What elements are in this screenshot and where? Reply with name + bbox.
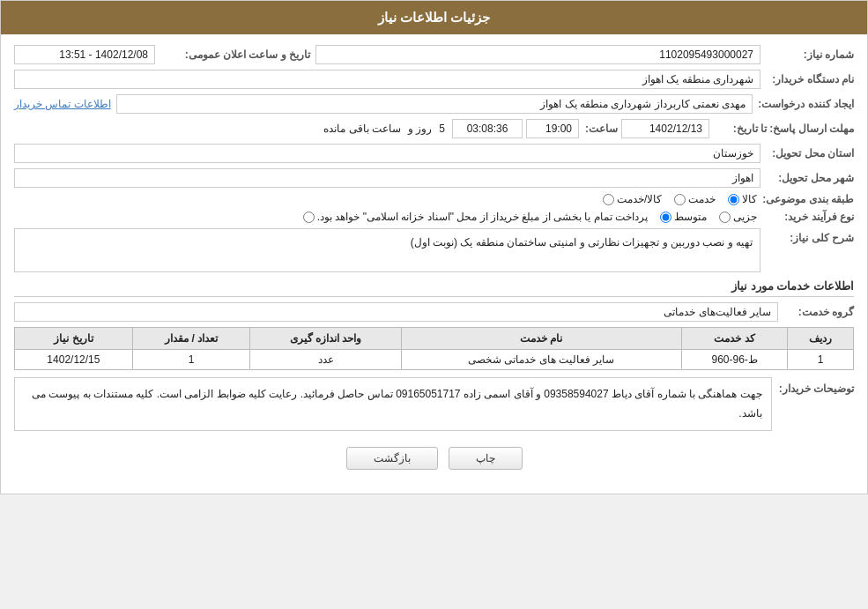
print-button[interactable]: چاپ xyxy=(449,447,523,470)
description-row: شرح کلی نیاز: تهیه و نصب دوربین و تجهیزا… xyxy=(14,228,854,272)
buyer-row: نام دستگاه خریدار: شهرداری منطقه یک اهوا… xyxy=(14,70,854,89)
response-time-value: 19:00 xyxy=(526,119,579,138)
category-kala-khedmat-label: کالا/خدمت xyxy=(617,193,662,205)
purchase-type-jozi-label: جزیی xyxy=(733,211,757,223)
province-value: خوزستان xyxy=(14,144,760,163)
need-number-row: شماره نیاز: 1102095493000027 تاریخ و ساع… xyxy=(14,45,854,64)
creator-label: ایجاد کننده درخواست: xyxy=(758,98,854,110)
col-header-service-name: نام خدمت xyxy=(401,328,681,350)
category-option-khedmat[interactable]: خدمت xyxy=(674,193,716,205)
purchase-type-motevaset[interactable]: متوسط xyxy=(660,211,707,223)
category-khedmat-radio[interactable] xyxy=(674,194,686,205)
category-kala-khedmat-radio[interactable] xyxy=(603,194,614,205)
buyer-notes-row: توضیحات خریدار: جهت هماهنگی با شماره آقا… xyxy=(14,377,854,438)
remaining-days-label: روز و xyxy=(408,123,432,135)
description-section-label: شرح کلی نیاز: xyxy=(766,232,854,244)
category-option-kala[interactable]: کالا xyxy=(728,193,757,205)
city-label: شهر محل تحویل: xyxy=(766,172,854,184)
col-header-unit: واحد اندازه گیری xyxy=(250,328,401,350)
response-time-label: ساعت: xyxy=(582,123,618,135)
col-header-row-num: ردیف xyxy=(788,328,854,350)
purchase-type-motevaset-label: متوسط xyxy=(674,211,707,223)
purchase-type-esnad-radio[interactable] xyxy=(303,212,315,223)
purchase-type-motevaset-radio[interactable] xyxy=(660,212,671,223)
city-row: شهر محل تحویل: اهواز xyxy=(14,168,854,188)
category-row: طبقه بندی موضوعی: کالا خدمت کالا/خدمت xyxy=(14,193,854,205)
category-kala-radio[interactable] xyxy=(728,194,739,205)
need-number-label: شماره نیاز: xyxy=(766,48,854,61)
response-date-value: 1402/12/13 xyxy=(621,119,709,138)
category-radio-group: کالا خدمت کالا/خدمت xyxy=(603,193,757,205)
back-button[interactable]: بازگشت xyxy=(346,447,438,470)
services-table: ردیف کد خدمت نام خدمت واحد اندازه گیری ت… xyxy=(14,327,854,370)
province-label: استان محل تحویل: xyxy=(766,147,854,160)
cell-service-name: سایر فعالیت های خدماتی شخصی xyxy=(401,350,681,370)
purchase-type-jozi[interactable]: جزیی xyxy=(719,211,757,223)
category-kala-label: کالا xyxy=(742,193,757,205)
cell-unit: عدد xyxy=(250,350,401,370)
announce-date-label: تاریخ و ساعت اعلان عمومی: xyxy=(160,48,310,61)
service-group-label: گروه خدمت: xyxy=(783,306,854,318)
remaining-time-value: 03:08:36 xyxy=(452,119,523,138)
col-header-service-code: کد خدمت xyxy=(681,328,787,350)
purchase-type-esnad[interactable]: پرداخت تمام یا بخشی از مبلغ خریداز از مح… xyxy=(303,211,648,223)
buyer-notes-value: جهت هماهنگی با شماره آقای دیاط 093585940… xyxy=(14,377,772,431)
col-header-date: تاریخ نیاز xyxy=(15,328,133,350)
purchase-type-radio-group: جزیی متوسط پرداخت تمام یا بخشی از مبلغ خ… xyxy=(303,211,757,223)
category-label: طبقه بندی موضوعی: xyxy=(762,193,854,205)
cell-date: 1402/12/15 xyxy=(15,350,133,370)
page-wrapper: جزئیات اطلاعات نیاز شماره نیاز: 11020954… xyxy=(0,0,868,494)
cell-service-code: ط-96-960 xyxy=(681,350,787,370)
remaining-time-label: ساعت باقی مانده xyxy=(323,123,404,135)
description-value: تهیه و نصب دوربین و تجهیزات نظارتی و امن… xyxy=(14,228,760,272)
buyer-label: نام دستگاه خریدار: xyxy=(766,73,854,85)
col-header-quantity: تعداد / مقدار xyxy=(132,328,250,350)
announce-date-value: 1402/12/08 - 13:51 xyxy=(14,45,155,64)
bottom-buttons: چاپ بازگشت xyxy=(14,447,854,483)
category-khedmat-label: خدمت xyxy=(688,193,716,205)
page-header: جزئیات اطلاعات نیاز xyxy=(1,1,867,34)
response-deadline-label: مهلت ارسال پاسخ: تا تاریخ: xyxy=(713,123,854,135)
service-info-title: اطلاعات خدمات مورد نیاز xyxy=(14,279,854,297)
purchase-type-label: نوع فرآیند خرید: xyxy=(766,211,854,223)
deadline-row: مهلت ارسال پاسخ: تا تاریخ: 1402/12/13 سا… xyxy=(14,119,854,138)
table-row: 1 ط-96-960 سایر فعالیت های خدماتی شخصی ع… xyxy=(15,350,854,370)
city-value: اهواز xyxy=(14,168,760,188)
purchase-type-esnad-label: پرداخت تمام یا بخشی از مبلغ خریداز از مح… xyxy=(317,211,648,223)
page-title: جزئیات اطلاعات نیاز xyxy=(378,10,490,25)
service-group-row: گروه خدمت: سایر فعالیت‌های خدماتی xyxy=(14,302,854,322)
cell-quantity: 1 xyxy=(132,350,250,370)
service-group-value: سایر فعالیت‌های خدماتی xyxy=(14,302,778,322)
contact-link[interactable]: اطلاعات تماس خریدار xyxy=(14,98,111,110)
purchase-type-jozi-radio[interactable] xyxy=(719,212,731,223)
need-number-value: 1102095493000027 xyxy=(315,45,760,64)
creator-value: مهدی نعمتی کاربرداز شهرداری منطقه یک اهو… xyxy=(116,94,753,114)
cell-row-num: 1 xyxy=(788,350,854,370)
purchase-type-row: نوع فرآیند خرید: جزیی متوسط پرداخت تمام … xyxy=(14,211,854,223)
remaining-days-value: 5 xyxy=(435,123,449,135)
province-row: استان محل تحویل: خوزستان xyxy=(14,144,854,163)
content-area: شماره نیاز: 1102095493000027 تاریخ و ساع… xyxy=(1,34,867,494)
buyer-notes-label: توضیحات خریدار: xyxy=(779,382,854,395)
category-option-kala-khedmat[interactable]: کالا/خدمت xyxy=(603,193,662,205)
buyer-value: شهرداری منطقه یک اهواز xyxy=(14,70,760,89)
creator-row: ایجاد کننده درخواست: مهدی نعمتی کاربرداز… xyxy=(14,94,854,114)
